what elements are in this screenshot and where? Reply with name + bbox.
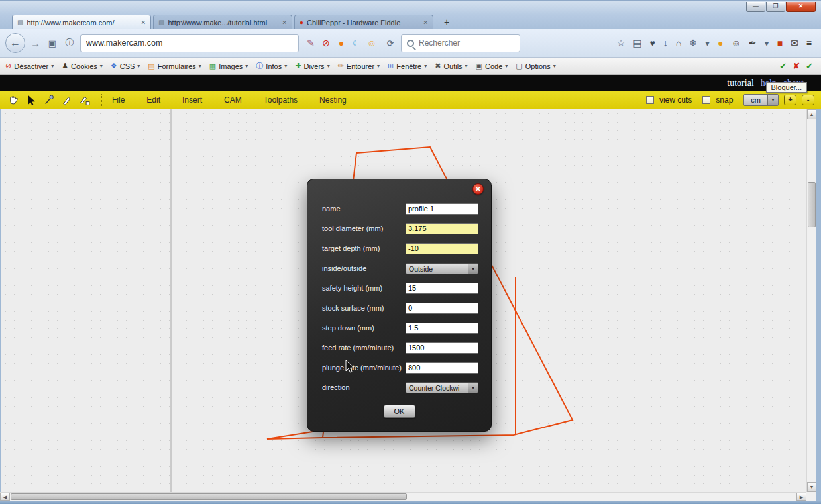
menu-item[interactable]: Toolpaths bbox=[264, 95, 298, 105]
pen-tool-icon[interactable] bbox=[60, 94, 74, 107]
star-icon[interactable]: ☆ bbox=[617, 38, 626, 48]
plunge-rate-input[interactable] bbox=[406, 362, 478, 374]
browser-window: — ❐ ✕ ▤ http://www.makercam.com/ ✕ ▤ htt… bbox=[0, 0, 821, 504]
devbar-menu-item[interactable]: ❖ CSS ▾ bbox=[111, 62, 140, 70]
window-right-edge bbox=[816, 492, 821, 501]
chevron-down-icon: ▾ bbox=[424, 63, 427, 69]
reading-list-icon[interactable]: ▤ bbox=[633, 38, 641, 48]
brush-icon[interactable]: ✎ bbox=[305, 38, 317, 48]
moon-icon[interactable]: ☾ bbox=[351, 38, 362, 48]
devbar-item-icon: ▣ bbox=[476, 62, 482, 70]
scroll-left-icon[interactable]: ◀ bbox=[0, 493, 10, 501]
browser-tab[interactable]: ▤ http://www.makercam.com/ ✕ bbox=[12, 15, 151, 29]
chevron-down-icon[interactable]: ▾ bbox=[765, 38, 769, 48]
chevron-down-icon: ▾ bbox=[465, 63, 468, 69]
chevron-down-icon: ▾ bbox=[245, 63, 248, 69]
step-down-input[interactable] bbox=[406, 323, 478, 334]
horizontal-scrollbar[interactable]: ◀ ▶ bbox=[0, 492, 806, 501]
zoom-out-button[interactable]: - bbox=[802, 95, 814, 105]
browser-tab[interactable]: ▤ http://www.make.../tutorial.html ✕ bbox=[153, 15, 292, 29]
snowflake-icon[interactable]: ❄ bbox=[689, 38, 697, 48]
valid-check-icon[interactable]: ✔ bbox=[806, 61, 813, 71]
valid-check-icon[interactable]: ✔ bbox=[779, 61, 787, 71]
menu-icon[interactable]: ≡ bbox=[806, 38, 812, 48]
measure-tool-icon[interactable] bbox=[42, 94, 56, 107]
orange-ball-icon[interactable]: ● bbox=[335, 38, 347, 48]
mail-icon[interactable]: ✉ bbox=[791, 38, 798, 48]
target-depth-input[interactable] bbox=[406, 243, 478, 254]
close-icon[interactable]: ✕ bbox=[423, 19, 428, 26]
downloads-icon[interactable]: ↓ bbox=[663, 38, 668, 48]
menu-item[interactable]: Insert bbox=[182, 95, 202, 105]
vertical-scrollbar[interactable]: ▲ ▼ bbox=[806, 109, 816, 492]
page-icon[interactable]: ▣ bbox=[46, 38, 59, 48]
tool-diameter-input[interactable] bbox=[406, 223, 478, 234]
search-bar[interactable] bbox=[401, 34, 520, 52]
devbar-menu-item[interactable]: ▤ Formulaires ▾ bbox=[148, 62, 201, 70]
smiley-icon[interactable]: ☺ bbox=[732, 38, 741, 48]
home-icon[interactable]: ⌂ bbox=[676, 38, 681, 48]
scroll-right-icon[interactable]: ▶ bbox=[796, 493, 806, 501]
menu-item[interactable]: File bbox=[112, 95, 125, 105]
close-button[interactable]: ✕ bbox=[786, 2, 816, 12]
minimize-button[interactable]: — bbox=[746, 2, 765, 12]
snap-checkbox[interactable] bbox=[702, 96, 710, 104]
safety-height-input[interactable] bbox=[406, 283, 478, 294]
devbar-menu-item[interactable]: ▣ Code ▾ bbox=[476, 62, 508, 70]
devbar-menu-item[interactable]: ✖ Outils ▾ bbox=[435, 62, 467, 70]
firebug-icon[interactable]: ● bbox=[718, 38, 723, 48]
devbar-menu-item[interactable]: ✚ Divers ▾ bbox=[295, 62, 329, 70]
chevron-down-icon: ▾ bbox=[468, 264, 478, 274]
devbar-menu-item[interactable]: ⓘ Infos ▾ bbox=[256, 61, 287, 71]
info-icon[interactable]: ⓘ bbox=[63, 37, 76, 49]
url-bar[interactable] bbox=[80, 34, 299, 52]
horizontal-scroll-thumb[interactable] bbox=[11, 493, 407, 500]
close-icon[interactable]: ✕ bbox=[282, 19, 287, 26]
inside-outside-select[interactable]: Outside ▾ bbox=[406, 263, 478, 274]
ok-button[interactable]: OK bbox=[384, 405, 415, 418]
devbar-menu-item[interactable]: ⊞ Fenêtre ▾ bbox=[388, 62, 427, 70]
zoom-in-button[interactable]: + bbox=[784, 95, 796, 105]
tab-favicon-icon: ● bbox=[300, 19, 303, 26]
dropper-icon[interactable]: ✒ bbox=[749, 38, 757, 48]
close-icon[interactable]: ✕ bbox=[140, 19, 146, 26]
menu-item[interactable]: CAM bbox=[224, 95, 242, 105]
pocket-icon[interactable]: ♥ bbox=[650, 38, 655, 48]
vertical-scroll-thumb[interactable] bbox=[808, 182, 816, 227]
menu-item[interactable]: Nesting bbox=[319, 95, 347, 105]
close-icon[interactable]: ✕ bbox=[472, 183, 484, 195]
reload-icon[interactable]: ⟳ bbox=[384, 38, 397, 48]
maximize-button[interactable]: ❐ bbox=[766, 2, 785, 12]
site-link[interactable]: tutorial bbox=[727, 78, 753, 89]
devbar-menu-item[interactable]: ⊘ Désactiver ▾ bbox=[5, 62, 54, 70]
smiley-icon[interactable]: ☺ bbox=[366, 38, 378, 48]
search-input[interactable] bbox=[419, 38, 521, 48]
scroll-down-icon[interactable]: ▼ bbox=[807, 482, 816, 492]
feed-rate-input[interactable] bbox=[406, 342, 478, 354]
devbar-menu-item[interactable]: ✏ Entourer ▾ bbox=[338, 62, 380, 70]
pen-add-tool-icon[interactable] bbox=[78, 94, 91, 107]
forward-button[interactable]: → bbox=[29, 38, 42, 49]
stock-surface-input[interactable] bbox=[406, 303, 478, 314]
select-tool-icon[interactable] bbox=[25, 94, 38, 107]
direction-select[interactable]: Counter Clockwi ▾ bbox=[406, 382, 478, 393]
devbar-menu-item[interactable]: ▦ Images ▾ bbox=[209, 62, 248, 70]
back-button[interactable]: ← bbox=[5, 33, 25, 53]
error-icon[interactable]: ✘ bbox=[793, 61, 800, 71]
new-tab-button[interactable]: + bbox=[438, 17, 455, 28]
unit-select[interactable]: cm ▾ bbox=[743, 94, 779, 106]
devbar-menu-item[interactable]: ♟ Cookies ▾ bbox=[62, 62, 103, 70]
tab-title: http://www.make.../tutorial.html bbox=[168, 19, 278, 26]
devbar-item-icon: ✖ bbox=[435, 62, 441, 70]
chevron-down-icon[interactable]: ▾ bbox=[705, 38, 710, 48]
block-icon[interactable]: ⊘ bbox=[320, 38, 332, 48]
menu-item[interactable]: Edit bbox=[146, 95, 160, 105]
devbar-menu-item[interactable]: ▢ Options ▾ bbox=[516, 62, 555, 70]
scroll-up-icon[interactable]: ▲ bbox=[807, 109, 816, 119]
extension-square-icon[interactable]: ■ bbox=[777, 38, 783, 48]
pan-tool-icon[interactable] bbox=[7, 94, 20, 107]
url-input[interactable] bbox=[86, 38, 293, 48]
name-input[interactable] bbox=[406, 203, 478, 215]
browser-tab[interactable]: ● ChiliPeppr - Hardware Fiddle ✕ bbox=[294, 15, 433, 29]
view-cuts-checkbox[interactable] bbox=[646, 96, 654, 104]
